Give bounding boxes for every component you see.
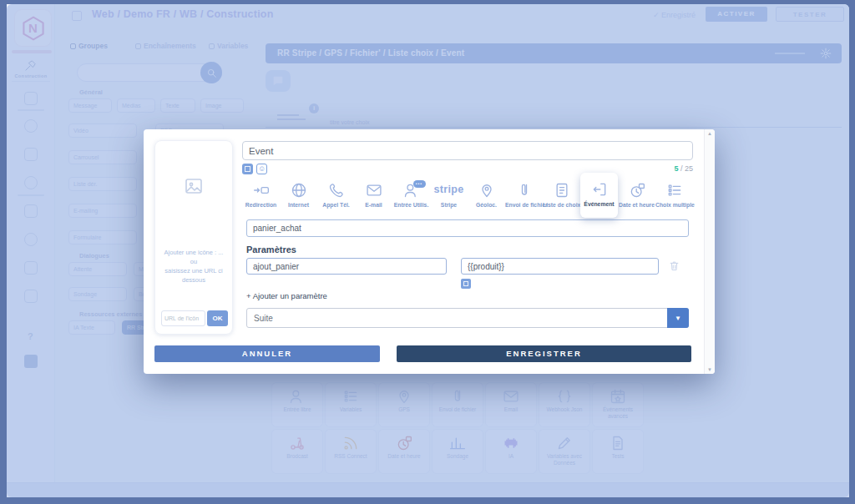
emoji-picker-icon[interactable]: ☺: [256, 164, 267, 174]
modal-scrollbar[interactable]: ▲ ▼: [704, 129, 715, 374]
envelope-icon: [366, 182, 382, 199]
add-param-link[interactable]: + Ajouter un paramètre: [246, 291, 327, 300]
icon-url-input[interactable]: [161, 310, 205, 326]
tab-date-heure[interactable]: Date et heure: [618, 176, 655, 208]
tab-choix-multiple[interactable]: Choix multiple: [655, 176, 693, 208]
chevron-down-icon: ▼: [667, 308, 689, 328]
delete-param-icon[interactable]: [668, 260, 680, 272]
list-doc-icon: [554, 182, 570, 199]
scroll-up-arrow[interactable]: ▲: [705, 131, 715, 136]
event-name-input[interactable]: [246, 219, 689, 237]
dots-badge-icon: •••: [413, 180, 426, 188]
param-value-input[interactable]: [461, 258, 659, 275]
params-label: Paramètres: [246, 244, 296, 255]
screen: N Construction ? Web / Demo FR / WB / Co…: [0, 0, 855, 504]
char-counter: 5 / 25: [610, 164, 693, 173]
event-exit-icon: [591, 181, 608, 198]
scroll-down-arrow[interactable]: ▼: [705, 367, 715, 372]
tab-email[interactable]: E-mail: [355, 176, 392, 208]
action-type-tabs: Redirection Internet Appel Tél. E-mail •…: [242, 176, 693, 218]
clock-icon: [629, 182, 645, 199]
map-pin-icon: [478, 182, 495, 199]
tab-evenement-selected[interactable]: Événement: [580, 173, 618, 218]
icon-panel: Ajouter une icône : ... ou saisissez une…: [154, 140, 233, 335]
variable-insert-icon[interactable]: [242, 164, 253, 174]
tab-appel-tel[interactable]: Appel Tél.: [317, 176, 355, 208]
icon-url-ok-button[interactable]: OK: [207, 310, 228, 326]
select-value: Suite: [254, 309, 273, 329]
tab-redirection[interactable]: Redirection: [242, 176, 280, 208]
multi-list-icon: [666, 182, 683, 199]
next-step-select[interactable]: Suite ▼: [246, 308, 689, 328]
tab-entree-utilis[interactable]: •••Entrée Utilis.: [392, 176, 430, 208]
event-config-dialog: ▲ ▼ Ajouter une icône : ... ou saisissez…: [144, 129, 715, 374]
tab-internet[interactable]: Internet: [280, 176, 317, 208]
stripe-logo: stripe: [430, 182, 468, 199]
globe-icon: [291, 182, 307, 199]
event-title-input[interactable]: [242, 141, 693, 160]
param-key-input[interactable]: [246, 258, 447, 275]
phone-icon: [328, 182, 345, 199]
image-placeholder-icon: [184, 176, 204, 196]
tab-geoloc[interactable]: Géoloc.: [468, 176, 505, 208]
icon-hint: Ajouter une icône : ... ou saisissez une…: [158, 248, 230, 285]
redirect-icon: [253, 182, 270, 199]
variable-insert-icon[interactable]: [461, 279, 471, 289]
save-button[interactable]: ENREGISTRER: [397, 345, 691, 362]
cancel-button[interactable]: ANNULER: [154, 345, 380, 362]
paperclip-icon: [516, 182, 533, 199]
tab-liste-choix[interactable]: Liste de choix: [543, 176, 580, 208]
tab-envoi-fichier[interactable]: Envoi de fichier: [505, 176, 543, 208]
tab-stripe[interactable]: stripeStripe: [430, 176, 468, 208]
